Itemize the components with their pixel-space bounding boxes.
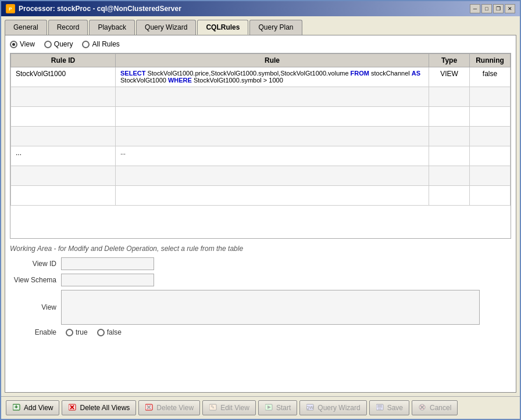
table-row[interactable] [11,127,511,146]
save-button: Save [369,400,409,415]
cell-rule: ... [116,146,429,166]
query-wizard-button: QWQuery Wizard [299,400,366,415]
svg-text:QW: QW [306,405,314,410]
cell-type [429,107,470,127]
tab-cqlrules[interactable]: CQLRules [197,20,248,35]
window-icon: P [6,4,15,13]
radio-group: View Query All Rules [10,40,511,48]
enable-true-label: true [76,328,88,336]
delete-view-button: Delete View [138,400,200,415]
table-header-row: Rule ID Rule Type Running [11,54,511,67]
cell-rule [116,186,429,206]
cancel-label: Cancel [430,404,451,412]
cell-running [470,107,511,127]
delete-all-views-label: Delete All Views [80,404,130,412]
radio-query[interactable]: Query [44,40,73,48]
enable-true-radio[interactable] [66,329,73,336]
radio-allrules-input[interactable] [82,41,90,48]
view-textarea[interactable] [61,290,480,325]
tab-queryplan[interactable]: Query Plan [249,20,302,35]
save-icon [376,403,385,412]
cell-type [429,146,470,166]
radio-allrules-label: All Rules [92,40,119,48]
view-schema-row: View Schema [10,274,511,286]
view-row: View [10,290,511,325]
edit-view-label: Edit View [220,404,249,412]
cell-type [429,166,470,186]
main-window: P Processor: stockProc - cql@NonClustere… [0,0,521,420]
tab-querywizard[interactable]: Query Wizard [136,20,196,35]
bottom-bar: +Add ViewDelete All ViewsDelete View✎Edi… [1,396,520,419]
table-row[interactable] [11,107,511,127]
cell-type [429,87,470,107]
title-bar-left: P Processor: stockProc - cql@NonClustere… [6,4,181,13]
tab-general[interactable]: General [5,20,47,35]
cell-running [470,146,511,166]
cell-running [470,166,511,186]
cell-ruleid [11,186,116,206]
working-area: Working Area - for Modify and Delete Ope… [10,245,511,336]
table-row[interactable]: ...... [11,146,511,166]
svg-rect-18 [378,408,381,410]
table-row[interactable] [11,186,511,206]
cell-ruleid [11,127,116,146]
cancel-icon [418,403,427,412]
svg-text:+: + [15,404,18,410]
window-title: Processor: stockProc - cql@NonClusteredS… [19,5,181,13]
cancel-button: Cancel [412,400,458,415]
cell-rule [116,166,429,186]
radio-view-label: View [20,40,35,48]
cell-type [429,186,470,206]
add-view-button[interactable]: +Add View [6,400,59,415]
radio-view[interactable]: View [10,40,35,48]
enable-false-radio[interactable] [97,329,105,336]
delete-view-label: Delete View [156,404,194,412]
cell-ruleid [11,107,116,127]
cell-running [470,186,511,206]
col-header-running: Running [470,54,511,67]
enable-false-option[interactable]: false [97,328,122,336]
minimize-button[interactable]: ─ [470,4,480,13]
col-header-type: Type [429,54,470,67]
enable-true-option[interactable]: true [66,328,88,336]
cell-ruleid: StockVolGt1000 [11,67,116,87]
start-icon [265,403,274,412]
table-row[interactable] [11,166,511,186]
view-id-row: View ID [10,257,511,270]
add-view-label: Add View [24,404,53,412]
radio-allrules[interactable]: All Rules [82,40,119,48]
table-row[interactable]: StockVolGt1000SELECT StockVolGt1000.pric… [11,67,511,87]
view-schema-label: View Schema [10,276,56,284]
cell-type [429,127,470,146]
radio-query-label: Query [54,40,73,48]
rules-table: Rule ID Rule Type Running StockVolGt1000… [10,53,511,206]
col-header-ruleid: Rule ID [11,54,116,67]
view-schema-input[interactable] [61,274,154,286]
query-wizard-icon: QW [306,403,315,412]
cell-rule [116,127,429,146]
query-wizard-label: Query Wizard [317,404,360,412]
enable-row: Enable true false [10,328,511,336]
close-button[interactable]: ✕ [505,4,515,13]
cell-type: VIEW [429,67,470,87]
col-header-rule: Rule [116,54,429,67]
add-view-icon: + [12,403,22,412]
maximize-button[interactable]: □ [481,4,492,13]
edit-view-icon: ✎ [209,403,218,412]
tab-record[interactable]: Record [48,20,88,35]
main-content: General Record Playback Query Wizard CQL… [1,16,520,396]
radio-view-input[interactable] [10,41,17,48]
table-row[interactable] [11,87,511,107]
start-label: Start [276,404,291,412]
svg-text:P: P [9,6,12,12]
edit-view-button: ✎Edit View [202,400,256,415]
view-id-label: View ID [10,260,56,268]
radio-query-input[interactable] [44,41,52,48]
delete-view-icon [145,403,154,412]
view-id-input[interactable] [61,257,154,270]
restore-button[interactable]: ❐ [493,4,504,13]
delete-all-views-button[interactable]: Delete All Views [62,400,136,415]
tab-content-cqlrules: View Query All Rules Rule ID R [5,35,516,393]
title-bar: P Processor: stockProc - cql@NonClustere… [1,1,520,16]
tab-playback[interactable]: Playback [89,20,135,35]
